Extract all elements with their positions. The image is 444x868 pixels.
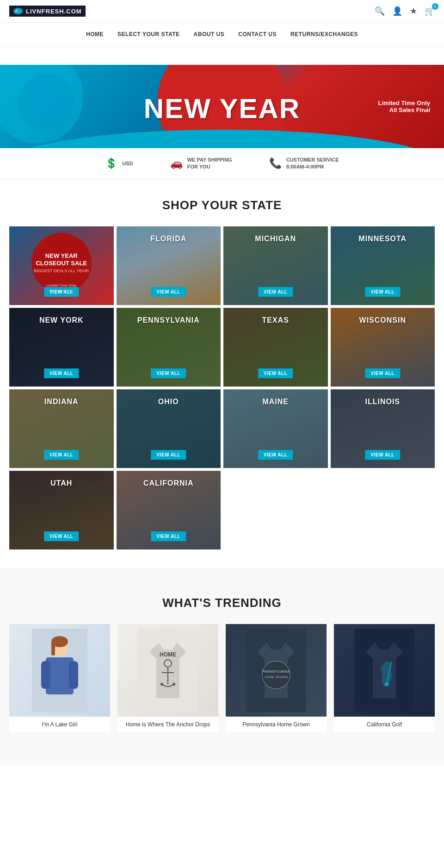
lake-girl-svg bbox=[32, 629, 87, 712]
state-label-wisconsin: WISCONSIN bbox=[359, 316, 406, 325]
trending-section: WHAT'S TRENDING I'm A Lake Girl bbox=[0, 568, 444, 765]
view-all-button-utah[interactable]: VIEW ALL bbox=[44, 531, 79, 541]
view-all-button-michigan[interactable]: VIEW ALL bbox=[258, 287, 293, 297]
cart-badge: 0 bbox=[432, 3, 438, 10]
nav-about[interactable]: ABOUT US bbox=[194, 31, 225, 37]
state-card-wisconsin[interactable]: WISCONSINVIEW ALL bbox=[331, 308, 435, 387]
svg-point-18 bbox=[262, 661, 290, 689]
product-grid: I'm A Lake Girl HOME bbox=[9, 619, 435, 737]
product-name-2: Pennsylvania Home Grown bbox=[226, 717, 327, 732]
shop-state-title: SHOP YOUR STATE bbox=[0, 180, 444, 222]
main-nav: HOME SELECT YOUR STATE ABOUT US CONTACT … bbox=[0, 23, 444, 46]
svg-text:HOME: HOME bbox=[160, 651, 176, 658]
currency-info: 💲 USD bbox=[105, 157, 133, 169]
sale-line3: Limited Time Only bbox=[47, 283, 76, 287]
svg-point-0 bbox=[13, 8, 23, 14]
logo-text: LIVNFRESH.COM bbox=[26, 8, 82, 15]
trending-title: WHAT'S TRENDING bbox=[9, 577, 435, 619]
hero-promo-text: Limited Time Only All Sales Final bbox=[378, 100, 430, 113]
view-all-button-minnesota[interactable]: VIEW ALL bbox=[365, 287, 400, 297]
state-card-ohio[interactable]: OHIOVIEW ALL bbox=[117, 389, 221, 468]
shipping-text: WE PAY SHIPPING FOR YOU bbox=[187, 156, 232, 171]
hero-decor-circle2 bbox=[18, 74, 74, 130]
view-all-button-newyork[interactable]: VIEW ALL bbox=[44, 368, 79, 378]
state-card-new-york[interactable]: NEW YORKVIEW ALL bbox=[9, 308, 114, 387]
nav-returns[interactable]: RETURNS/EXCHANGES bbox=[290, 31, 358, 37]
svg-rect-9 bbox=[51, 642, 55, 656]
state-card-maine[interactable]: MAINEVIEW ALL bbox=[223, 389, 328, 468]
state-label-michigan: MICHIGAN bbox=[255, 235, 296, 243]
product-img-0 bbox=[9, 624, 110, 717]
wishlist-icon[interactable]: ★ bbox=[410, 6, 417, 16]
service-info: 📞 CUSTOMER SERVICE 8:00AM-4:00PM bbox=[269, 156, 339, 171]
product-name-3: California Golf bbox=[334, 717, 435, 732]
state-card-michigan[interactable]: MICHIGANVIEW ALL bbox=[223, 226, 328, 305]
svg-rect-6 bbox=[41, 661, 50, 689]
logo-icon bbox=[13, 7, 23, 15]
hero-title: NEW YEAR bbox=[144, 93, 300, 125]
view-all-button-maine[interactable]: VIEW ALL bbox=[258, 450, 293, 460]
svg-point-2 bbox=[15, 10, 17, 11]
state-label-pennsylvania: PENNSYLVANIA bbox=[137, 316, 200, 325]
view-all-button-california[interactable]: VIEW ALL bbox=[151, 531, 186, 541]
view-all-button-florida[interactable]: VIEW ALL bbox=[151, 287, 186, 297]
product-card-3[interactable]: California Golf bbox=[334, 624, 435, 732]
view-all-button-indiana[interactable]: VIEW ALL bbox=[44, 450, 79, 460]
product-img-3 bbox=[334, 624, 435, 717]
state-label-newyork: NEW YORK bbox=[39, 316, 84, 325]
service-text: CUSTOMER SERVICE 8:00AM-4:00PM bbox=[286, 156, 339, 171]
ca-svg bbox=[354, 629, 414, 712]
sale-line4: All Sales Final bbox=[49, 289, 73, 293]
state-card-indiana[interactable]: INDIANAVIEW ALL bbox=[9, 389, 114, 468]
logo[interactable]: LIVNFRESH.COM bbox=[9, 6, 86, 17]
svg-rect-7 bbox=[69, 661, 78, 689]
sale-title-text: NEW YEAR CLOSEOUT SALE bbox=[36, 252, 87, 267]
product-name-0: I'm A Lake Girl bbox=[9, 717, 110, 732]
state-card-california[interactable]: CALIFORNIAVIEW ALL bbox=[117, 471, 221, 550]
state-card-utah[interactable]: UTAHVIEW ALL bbox=[9, 471, 114, 550]
spacer bbox=[0, 46, 444, 65]
state-label-ohio: OHIO bbox=[158, 398, 179, 406]
view-all-button-illinois[interactable]: VIEW ALL bbox=[365, 450, 400, 460]
shipping-icon: 🚗 bbox=[170, 157, 183, 169]
nav-home[interactable]: HOME bbox=[86, 31, 104, 37]
state-card-florida[interactable]: FLORIDAVIEW ALL bbox=[117, 226, 221, 305]
state-card-texas[interactable]: TEXASVIEW ALL bbox=[223, 308, 328, 387]
nav-select-state[interactable]: SELECT YOUR STATE bbox=[117, 31, 180, 37]
svg-point-14 bbox=[160, 683, 163, 686]
svg-text:HOME GROWN: HOME GROWN bbox=[265, 675, 288, 679]
info-bar: 💲 USD 🚗 WE PAY SHIPPING FOR YOU 📞 CUSTOM… bbox=[0, 148, 444, 180]
state-card-pennsylvania[interactable]: PENNSYLVANIAVIEW ALL bbox=[117, 308, 221, 387]
top-bar: LIVNFRESH.COM 🔍 👤 ★ 🛒 0 bbox=[0, 0, 444, 23]
view-all-button-ohio[interactable]: VIEW ALL bbox=[151, 450, 186, 460]
cart-icon[interactable]: 🛒 0 bbox=[425, 6, 435, 16]
state-label-illinois: ILLINOIS bbox=[365, 398, 400, 406]
currency-text: USD bbox=[122, 160, 133, 167]
pa-svg: PENNSYLVANIA HOME GROWN bbox=[246, 629, 306, 712]
state-card-minnesota[interactable]: MINNESOTAVIEW ALL bbox=[331, 226, 435, 305]
search-icon[interactable]: 🔍 bbox=[375, 6, 385, 16]
hero-banner: NEW YEAR Limited Time Only All Sales Fin… bbox=[0, 65, 444, 148]
svg-text:PENNSYLVANIA: PENNSYLVANIA bbox=[262, 669, 290, 674]
product-card-2[interactable]: PENNSYLVANIA HOME GROWN Pennsylvania Hom… bbox=[226, 624, 327, 732]
state-label-maine: MAINE bbox=[262, 398, 289, 406]
sale-card[interactable]: NEW YEAR CLOSEOUT SALE BIGGEST DEALS ALL… bbox=[9, 226, 114, 305]
state-label-california: CALIFORNIA bbox=[143, 479, 194, 487]
state-label-florida: FLORIDA bbox=[150, 235, 186, 243]
svg-point-23 bbox=[385, 682, 388, 686]
view-all-button-texas[interactable]: VIEW ALL bbox=[258, 368, 293, 378]
view-all-button-wisconsin[interactable]: VIEW ALL bbox=[365, 368, 400, 378]
product-card-1[interactable]: HOME Home is Where The Anchor Drops bbox=[117, 624, 218, 732]
account-icon[interactable]: 👤 bbox=[392, 6, 402, 16]
svg-point-15 bbox=[173, 683, 175, 686]
product-name-1: Home is Where The Anchor Drops bbox=[117, 717, 218, 732]
state-label-utah: UTAH bbox=[50, 479, 72, 487]
currency-icon: 💲 bbox=[105, 157, 117, 169]
product-card-0[interactable]: I'm A Lake Girl bbox=[9, 624, 110, 732]
state-label-minnesota: MINNESOTA bbox=[358, 235, 407, 243]
view-all-button-pennsylvania[interactable]: VIEW ALL bbox=[151, 368, 186, 378]
state-card-illinois[interactable]: ILLINOISVIEW ALL bbox=[331, 389, 435, 468]
nav-contact[interactable]: CONTACT US bbox=[238, 31, 277, 37]
anchor-svg: HOME bbox=[138, 629, 198, 712]
product-img-2: PENNSYLVANIA HOME GROWN bbox=[226, 624, 327, 717]
